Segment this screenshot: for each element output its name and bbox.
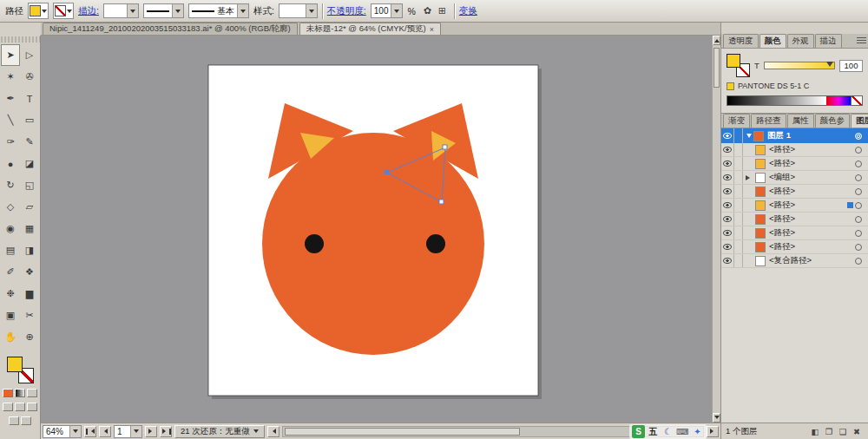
gradient-tool[interactable]: ◨ (20, 239, 39, 261)
toolbox-icon[interactable]: ✦ (691, 425, 704, 438)
cat-right-eye[interactable] (426, 234, 445, 253)
lasso-tool[interactable]: ✇ (20, 66, 39, 88)
opacity-input[interactable]: 100 (371, 3, 404, 18)
panel-tab[interactable]: 渐变 (723, 114, 750, 128)
brush-definition-select[interactable]: 基本 (188, 3, 249, 18)
type-tool[interactable]: T (20, 88, 39, 109)
make-clip-mask-icon[interactable]: ◧ (808, 425, 822, 437)
layer-item-label[interactable]: <路径> (769, 241, 855, 252)
layer-item-label[interactable]: <路径> (769, 144, 855, 155)
eyedropper-tool[interactable]: ✐ (1, 261, 20, 283)
lock-toggle[interactable] (734, 240, 743, 253)
fill-color-picker[interactable] (28, 3, 49, 19)
mesh-tool[interactable]: ▤ (1, 239, 20, 261)
layer-item-row[interactable]: <路径> (721, 157, 868, 171)
column-graph-tool[interactable]: ▆ (20, 283, 39, 305)
layer-item-label[interactable]: <路径> (769, 213, 855, 225)
fill-swatch[interactable] (7, 357, 23, 372)
align-panel-icon[interactable]: ⊞ (435, 3, 450, 18)
artboard-navigation-input[interactable]: 1 (114, 425, 142, 438)
paintbrush-tool[interactable]: ✑ (1, 131, 20, 153)
layer-thumbnail[interactable] (755, 242, 766, 252)
dropdown-button[interactable] (130, 426, 141, 437)
rotate-tool[interactable]: ↻ (1, 174, 20, 196)
visibility-toggle[interactable] (721, 157, 734, 170)
target-icon[interactable] (855, 202, 862, 209)
scroll-up-button[interactable] (713, 36, 720, 45)
new-sublayer-icon[interactable]: ❐ (822, 425, 836, 437)
lock-toggle[interactable] (734, 143, 743, 156)
recolor-artwork-icon[interactable]: ✿ (420, 3, 435, 18)
panel-tab[interactable]: 外观 (787, 34, 814, 48)
dropdown-button[interactable] (172, 4, 183, 17)
width-tool[interactable]: ◇ (1, 196, 20, 218)
moon-icon[interactable]: ☾ (661, 425, 674, 438)
hand-tool[interactable]: ✋ (1, 326, 20, 348)
stroke-weight-select[interactable] (103, 3, 139, 18)
pen-tool[interactable]: ✒ (1, 88, 20, 109)
layer-item-label[interactable]: <路径> (769, 227, 855, 239)
panel-tab[interactable]: 颜色 (760, 34, 786, 48)
layer-item-row[interactable]: <编组> (721, 171, 868, 185)
target-icon[interactable] (855, 258, 862, 265)
sogou-ime-icon[interactable]: S (632, 425, 645, 438)
dropdown-button[interactable] (69, 426, 81, 437)
perspective-grid-tool[interactable]: ▦ (20, 218, 39, 239)
lock-toggle[interactable] (734, 199, 743, 212)
visibility-toggle[interactable] (721, 185, 734, 198)
target-icon[interactable] (855, 174, 862, 181)
gradient-mode-button[interactable] (15, 389, 25, 397)
wubi-mode-icon[interactable]: 五 (647, 425, 660, 438)
layer-thumbnail[interactable] (755, 228, 766, 239)
close-icon[interactable]: × (430, 25, 434, 34)
cat-head[interactable] (262, 133, 484, 355)
tint-slider-handle[interactable] (826, 62, 833, 70)
visibility-toggle[interactable] (721, 199, 734, 212)
layer-thumbnail[interactable] (755, 187, 766, 197)
visibility-toggle[interactable] (721, 143, 734, 156)
target-icon[interactable] (855, 161, 862, 167)
pencil-tool[interactable]: ✎ (20, 131, 39, 153)
opacity-link[interactable]: 不透明度: (327, 5, 366, 17)
eraser-tool[interactable]: ◪ (20, 153, 39, 174)
target-icon[interactable] (855, 216, 862, 223)
delete-layer-icon[interactable]: ✖ (850, 425, 864, 437)
draw-behind-button[interactable] (15, 403, 25, 411)
layer-thumbnail[interactable] (753, 131, 764, 141)
panel-tab[interactable]: 路径查 (751, 114, 786, 128)
visibility-toggle[interactable] (721, 226, 734, 239)
draw-normal-button[interactable] (3, 403, 13, 411)
layer-item-row[interactable]: <复合路径> (721, 254, 868, 268)
fill-swatch[interactable] (727, 54, 740, 68)
layer-thumbnail[interactable] (755, 145, 766, 155)
layer-thumbnail[interactable] (755, 159, 766, 169)
panel-tab[interactable]: 透明度 (723, 34, 759, 48)
layer-item-row[interactable]: <路径> (721, 213, 868, 226)
scroll-left-button[interactable] (267, 426, 279, 437)
dropdown-button[interactable] (391, 4, 402, 17)
layer-name[interactable]: 图层 1 (767, 130, 855, 141)
grayscale-ramp[interactable] (727, 96, 826, 105)
artwork-canvas[interactable] (41, 36, 720, 423)
new-layer-icon[interactable]: ❏ (836, 425, 850, 437)
width-profile-select[interactable] (143, 3, 184, 18)
layer-thumbnail[interactable] (755, 173, 766, 183)
magic-wand-tool[interactable]: ✶ (1, 66, 20, 88)
blob-brush-tool[interactable]: ● (1, 153, 20, 174)
artboard-tool[interactable]: ▣ (1, 305, 20, 326)
horizontal-scroll-thumb[interactable] (285, 428, 520, 436)
layer-item-row[interactable]: <路径> (721, 199, 868, 213)
panel-tab[interactable]: 描边 (815, 34, 842, 48)
none-chip[interactable] (851, 96, 862, 105)
slice-tool[interactable]: ✂ (20, 305, 39, 326)
layer-thumbnail[interactable] (755, 200, 766, 211)
stroke-weight-link[interactable]: 描边: (78, 5, 99, 17)
previous-artboard-button[interactable] (99, 426, 111, 437)
cat-left-eye[interactable] (305, 234, 324, 253)
panel-menu-icon[interactable] (857, 37, 866, 45)
layer-item-row[interactable]: <路径> (721, 240, 868, 254)
lock-toggle[interactable] (734, 157, 743, 170)
zoom-tool[interactable]: ⊕ (20, 326, 39, 348)
canvas-area[interactable] (41, 36, 720, 423)
vertical-scroll-thumb[interactable] (713, 48, 720, 88)
